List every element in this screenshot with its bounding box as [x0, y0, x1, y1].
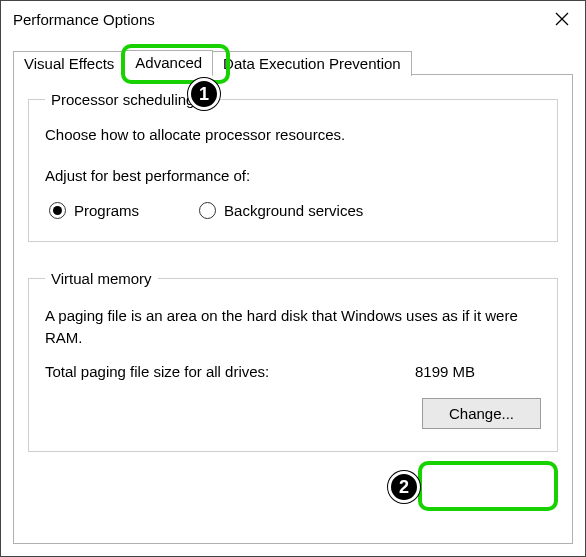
processor-scheduling-legend: Processor scheduling	[45, 91, 200, 108]
window-title: Performance Options	[13, 11, 155, 28]
radio-icon	[199, 202, 216, 219]
tab-strip: Visual Effects Advanced Data Execution P…	[13, 47, 573, 75]
radio-programs-label: Programs	[74, 202, 139, 219]
vm-total-label: Total paging file size for all drives:	[45, 363, 415, 380]
step-badge-2: 2	[388, 471, 420, 503]
close-icon	[555, 12, 569, 26]
virtual-memory-group: Virtual memory A paging file is an area …	[28, 270, 558, 452]
processor-scheduling-group: Processor scheduling Choose how to alloc…	[28, 91, 558, 242]
radio-background-label: Background services	[224, 202, 363, 219]
content-area: Visual Effects Advanced Data Execution P…	[1, 37, 585, 544]
radio-programs[interactable]: Programs	[49, 202, 139, 219]
virtual-memory-total-row: Total paging file size for all drives: 8…	[45, 363, 541, 380]
processor-subhead: Adjust for best performance of:	[45, 167, 541, 184]
processor-desc: Choose how to allocate processor resourc…	[45, 126, 541, 143]
step-badge-1: 1	[188, 78, 220, 110]
virtual-memory-desc: A paging file is an area on the hard dis…	[45, 305, 541, 349]
vm-button-row: Change...	[45, 398, 541, 429]
tab-panel-advanced: Processor scheduling Choose how to alloc…	[13, 74, 573, 544]
change-button[interactable]: Change...	[422, 398, 541, 429]
radio-background-services[interactable]: Background services	[199, 202, 363, 219]
tab-advanced[interactable]: Advanced	[125, 50, 213, 76]
radio-icon	[49, 202, 66, 219]
titlebar: Performance Options	[1, 1, 585, 37]
tab-visual-effects[interactable]: Visual Effects	[13, 51, 125, 76]
processor-radio-row: Programs Background services	[45, 202, 541, 219]
vm-total-value: 8199 MB	[415, 363, 475, 380]
virtual-memory-legend: Virtual memory	[45, 270, 158, 287]
dialog-window: Performance Options Visual Effects Advan…	[0, 0, 586, 557]
tab-dep[interactable]: Data Execution Prevention	[213, 51, 412, 76]
close-button[interactable]	[539, 1, 585, 37]
